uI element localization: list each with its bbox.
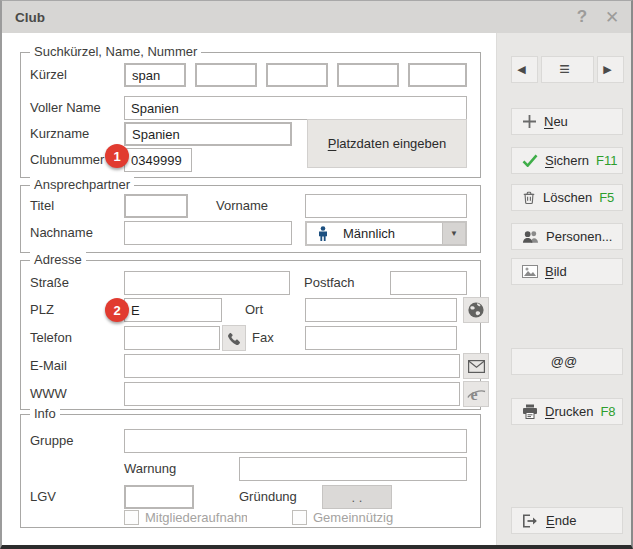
ort-label: Ort — [245, 298, 263, 322]
arrow-left-icon: ◀ — [517, 63, 525, 76]
neu-button-label: eu — [553, 114, 567, 129]
mitgliederaufnahme-label: Mitgliederaufnahme — [145, 510, 247, 526]
gruendung-label: Gründung — [239, 485, 297, 509]
platzdaten-button-label: latzdaten eingeben — [336, 136, 446, 151]
www-input[interactable] — [124, 382, 460, 406]
neu-button-mnemonic: N — [544, 114, 553, 129]
ende-button-label: nde — [555, 513, 577, 528]
group-info-legend: Info — [30, 406, 60, 421]
sichern-fkey: F11 — [596, 153, 626, 168]
gruppe-input[interactable] — [124, 429, 467, 453]
trash-icon — [522, 190, 536, 205]
titlebar: Club ? ✕ — [2, 1, 631, 33]
nav-menu-button[interactable]: ≡ — [541, 56, 594, 83]
drucken-fkey: F8 — [600, 404, 624, 419]
group-suchkuerzel-legend: Suchkürzel, Name, Nummer — [30, 44, 201, 59]
email-label: E-Mail — [30, 354, 67, 378]
clubnummer-input[interactable] — [124, 148, 192, 172]
warnung-input[interactable] — [239, 457, 467, 481]
neu-button[interactable]: Neu — [511, 108, 623, 135]
ende-button-mnemonic: E — [546, 513, 555, 528]
plus-icon — [522, 114, 537, 129]
loeschen-button-label: Löschen — [543, 190, 592, 205]
gender-dropdown[interactable]: Männlich ▼ — [305, 221, 467, 246]
postfach-input[interactable] — [390, 271, 467, 295]
at-button-label: @@ — [551, 354, 577, 369]
warnung-label: Warnung — [124, 457, 176, 481]
kuerzel-input-2[interactable] — [195, 63, 257, 87]
ende-button[interactable]: Ende — [511, 507, 623, 534]
loeschen-button[interactable]: Löschen F5 — [511, 184, 623, 211]
www-label: WWW — [30, 382, 67, 406]
voller-name-input[interactable] — [124, 96, 467, 120]
nav-next-button[interactable]: ▶ — [597, 56, 624, 83]
voller-name-label: Voller Name — [30, 96, 101, 120]
exit-icon — [522, 514, 539, 528]
platzdaten-button[interactable]: Platzdaten eingeben — [307, 119, 467, 168]
sichern-button[interactable]: Sichern F11 — [511, 147, 623, 174]
telefon-label: Telefon — [30, 326, 72, 350]
drucken-button-label: rucken — [554, 404, 593, 419]
browser-button[interactable]: e — [463, 381, 489, 407]
nav-prev-button[interactable]: ◀ — [511, 56, 538, 83]
arrow-right-icon: ▶ — [603, 63, 611, 76]
kuerzel-input-5[interactable] — [408, 63, 467, 87]
phone-icon — [227, 331, 242, 346]
gemeinnuetzig-checkbox[interactable] — [292, 510, 307, 525]
clubnummer-label: Clubnummer — [30, 148, 104, 172]
fax-input[interactable] — [305, 326, 457, 350]
kuerzel-label: Kürzel — [30, 63, 67, 87]
lgv-label: LGV — [30, 485, 56, 509]
kurzname-label: Kurzname — [30, 122, 89, 146]
drucken-button-mnemonic: D — [545, 404, 554, 419]
postfach-label: Postfach — [304, 271, 355, 295]
telefon-input[interactable] — [124, 326, 220, 350]
gender-dropdown-value: Männlich — [343, 226, 395, 241]
hamburger-menu-icon: ≡ — [559, 59, 570, 80]
fax-label: Fax — [252, 326, 274, 350]
titel-label: Titel — [30, 194, 54, 218]
strasse-label: Straße — [30, 271, 69, 295]
image-icon — [522, 265, 538, 278]
printer-icon — [522, 404, 538, 419]
plz-input[interactable] — [124, 298, 222, 322]
drucken-button[interactable]: Drucken F8 — [511, 398, 623, 425]
annotation-badge-1: 1 — [105, 144, 129, 168]
window-title: Club — [2, 10, 45, 25]
chevron-down-icon: ▼ — [442, 223, 465, 244]
lgv-input[interactable] — [124, 485, 194, 509]
envelope-icon — [468, 360, 485, 373]
nachname-label: Nachname — [30, 221, 93, 245]
phone-button[interactable] — [222, 325, 246, 351]
ort-input[interactable] — [305, 298, 457, 322]
gruendung-date-field[interactable]: . . — [322, 485, 392, 509]
nachname-input[interactable] — [124, 221, 292, 245]
kuerzel-input-1[interactable] — [124, 63, 186, 87]
bild-button[interactable]: Bild — [511, 258, 623, 285]
kuerzel-input-3[interactable] — [266, 63, 328, 87]
strasse-input[interactable] — [124, 271, 290, 295]
personen-button[interactable]: Personen... — [511, 223, 623, 250]
sichern-button-mnemonic: S — [545, 153, 554, 168]
vorname-input[interactable] — [305, 194, 467, 218]
mitgliederaufnahme-checkbox[interactable] — [124, 510, 139, 525]
email-button[interactable] — [463, 353, 489, 379]
check-icon — [522, 154, 538, 167]
kuerzel-input-4[interactable] — [337, 63, 399, 87]
globe-button[interactable] — [463, 297, 489, 323]
titel-input[interactable] — [124, 194, 188, 218]
email-input[interactable] — [124, 354, 460, 378]
plz-label: PLZ — [30, 298, 54, 322]
kurzname-input[interactable] — [124, 122, 292, 146]
bild-button-mnemonic: B — [545, 264, 554, 279]
at-button[interactable]: @@ — [511, 348, 623, 375]
globe-icon — [467, 301, 485, 319]
sichern-button-label: ichern — [554, 153, 589, 168]
male-person-icon — [317, 226, 329, 242]
gemeinnuetzig-label: Gemeinnützig — [313, 510, 423, 526]
help-button[interactable]: ? — [569, 5, 595, 29]
close-button[interactable]: ✕ — [599, 5, 625, 29]
internet-explorer-icon: e — [467, 386, 486, 403]
gruppe-label: Gruppe — [30, 429, 73, 453]
group-adresse-legend: Adresse — [30, 252, 86, 267]
